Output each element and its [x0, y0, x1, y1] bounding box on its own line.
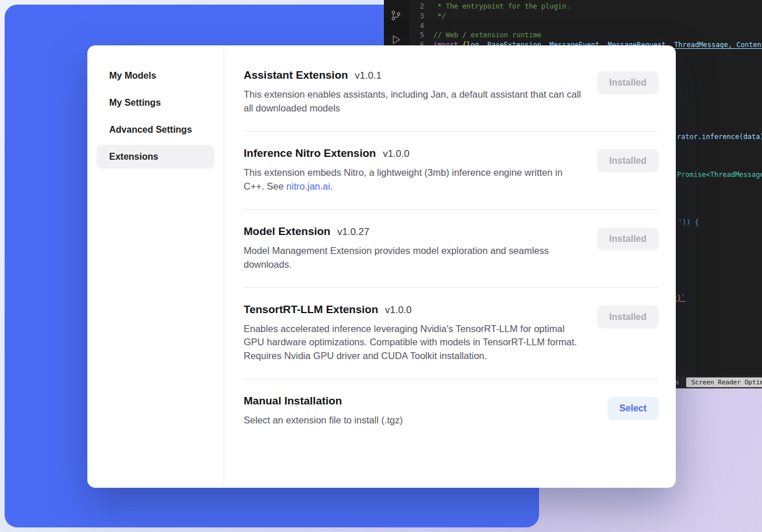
extension-info: Manual Installation Select an extension … — [244, 395, 403, 427]
screen-reader-chip[interactable]: Screen Reader Optimized — [686, 377, 762, 387]
extension-title-line: Assistant Extension v1.0.1 — [244, 69, 583, 82]
line-number: 4 — [409, 21, 424, 31]
sidebar-item-advanced-settings[interactable]: Advanced Settings — [97, 118, 214, 142]
extensions-panel: Assistant Extension v1.0.1 This extensio… — [224, 45, 676, 488]
sidebar-item-extensions[interactable]: Extensions — [97, 145, 214, 169]
extension-title-line: Manual Installation — [244, 395, 403, 407]
manual-installation-row: Manual Installation Select an extension … — [244, 379, 659, 443]
code-fragment: rator.inference(data)); — [677, 132, 762, 141]
extension-description: This extension embeds Nitro, a lightweig… — [244, 166, 583, 194]
code-line: 3 */ — [409, 11, 446, 21]
code-line: 5 // Web / extension runtime — [409, 30, 541, 40]
extension-description: Model Management Extension provides mode… — [244, 244, 583, 272]
installed-button[interactable]: Installed — [597, 71, 659, 94]
extension-title: Inference Nitro Extension — [244, 147, 376, 160]
settings-modal: My Models My Settings Advanced Settings … — [87, 45, 676, 488]
extension-version: v1.0.0 — [385, 304, 411, 316]
extension-title: Manual Installation — [244, 395, 342, 407]
select-file-button[interactable]: Select — [607, 397, 659, 420]
extension-version: v1.0.1 — [355, 70, 382, 82]
line-number: 2 — [409, 2, 424, 11]
installed-button[interactable]: Installed — [597, 228, 659, 250]
code-fragment: ')) { — [678, 218, 699, 227]
code-line: 4 — [409, 21, 433, 31]
settings-sidebar: My Models My Settings Advanced Settings … — [87, 45, 224, 488]
extension-info: Assistant Extension v1.0.1 This extensio… — [244, 69, 583, 115]
line-number: 5 — [409, 30, 424, 40]
sidebar-item-my-settings[interactable]: My Settings — [97, 91, 214, 115]
extension-description: Enables accelerated inference leveraging… — [244, 322, 583, 364]
code-text: */ — [433, 11, 446, 21]
extension-row-assistant: Assistant Extension v1.0.1 This extensio… — [244, 53, 659, 132]
extension-version: v1.0.27 — [337, 226, 370, 238]
extension-info: TensortRT-LLM Extension v1.0.0 Enables a… — [244, 303, 583, 364]
extension-info: Model Extension v1.0.27 Model Management… — [244, 225, 583, 272]
extension-info: Inference Nitro Extension v1.0.0 This ex… — [244, 147, 583, 194]
code-fragment: Promise<ThreadMessage> — [677, 170, 762, 179]
source-control-icon[interactable] — [390, 9, 402, 24]
extension-title-line: Inference Nitro Extension v1.0.0 — [244, 147, 583, 160]
installed-button[interactable]: Installed — [597, 306, 659, 329]
sidebar-item-my-models[interactable]: My Models — [97, 64, 214, 88]
extension-row-inference-nitro: Inference Nitro Extension v1.0.0 This ex… — [244, 132, 659, 210]
code-line: 2 * The entrypoint for the plugin. — [409, 2, 570, 11]
description-text: . — [330, 181, 333, 191]
extension-title: TensortRT-LLM Extension — [244, 303, 378, 316]
extension-row-model: Model Extension v1.0.27 Model Management… — [244, 210, 659, 288]
extension-title: Assistant Extension — [244, 69, 348, 82]
extension-description: Select an extension file to install (.tg… — [244, 414, 403, 427]
line-number: 3 — [409, 11, 424, 21]
installed-button[interactable]: Installed — [597, 149, 659, 172]
nitro-jan-ai-link[interactable]: nitro.jan.ai — [286, 181, 330, 191]
code-text: * The entrypoint for the plugin. — [433, 2, 570, 11]
extension-title-line: Model Extension v1.0.27 — [244, 225, 583, 238]
extension-version: v1.0.0 — [383, 148, 409, 160]
code-text: // Web / extension runtime — [433, 30, 541, 40]
extension-row-tensorrt-llm: TensortRT-LLM Extension v1.0.0 Enables a… — [244, 288, 659, 380]
extension-description: This extension enables assistants, inclu… — [244, 88, 583, 115]
extension-title-line: TensortRT-LLM Extension v1.0.0 — [244, 303, 583, 316]
extension-title: Model Extension — [244, 225, 330, 238]
